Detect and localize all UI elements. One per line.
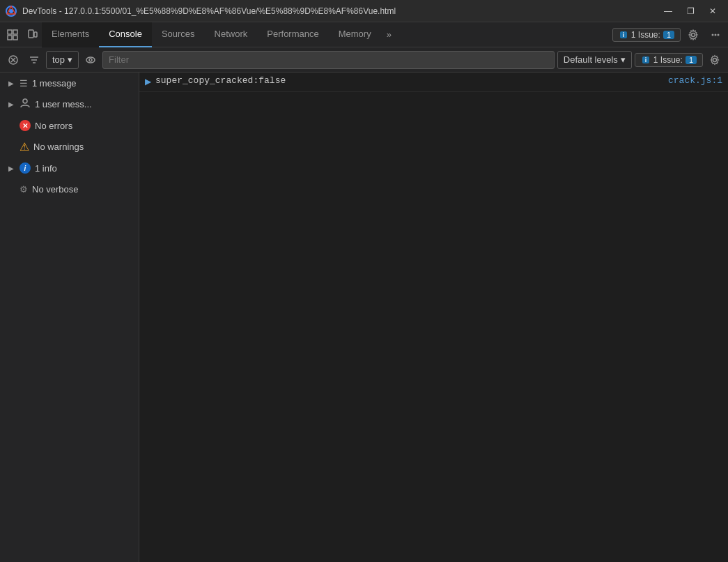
tab-overflow[interactable]: »	[381, 22, 397, 47]
eye-button[interactable]	[82, 51, 100, 69]
error-icon: ✕	[20, 120, 31, 131]
sidebar-label-user-messages: 1 user mess...	[35, 99, 92, 109]
sidebar-label-verbose: No verbose	[32, 184, 78, 195]
sidebar: ▶ ☰ 1 message ▶ 1 user mess... ▶ ✕ No er…	[0, 73, 139, 562]
eye-icon	[85, 54, 96, 66]
inspect-icon-button[interactable]	[3, 25, 22, 45]
filter-input[interactable]	[102, 51, 555, 69]
inspect-icon	[7, 29, 18, 40]
context-selector[interactable]: top ▾	[46, 51, 79, 69]
svg-rect-7	[34, 32, 37, 37]
device-icon	[26, 29, 38, 40]
svg-point-10	[692, 33, 695, 36]
device-icon-button[interactable]	[22, 25, 42, 45]
svg-point-24	[713, 58, 717, 61]
expand-arrow-icon[interactable]: ▶	[145, 77, 151, 86]
chevron-right-icon-3: ▶	[7, 164, 15, 172]
sidebar-item-warnings[interactable]: ▶ ⚠ No warnings	[0, 136, 139, 158]
sidebar-label-info: 1 info	[35, 163, 57, 174]
svg-point-13	[718, 33, 720, 36]
sidebar-item-user-messages[interactable]: ▶ 1 user mess...	[0, 93, 139, 115]
toolbar-settings-button[interactable]	[706, 51, 724, 69]
title-bar: DevTools - 127.0.0.1:5500/01_%E5%88%9D%E…	[0, 0, 728, 22]
minimize-button[interactable]: —	[658, 4, 678, 18]
sidebar-label-errors: No errors	[35, 121, 72, 131]
close-button[interactable]: ✕	[703, 4, 722, 18]
tab-performance[interactable]: Performance	[257, 22, 328, 47]
svg-rect-2	[8, 30, 12, 34]
filter-toggle-button[interactable]	[25, 51, 43, 69]
settings-button[interactable]	[683, 25, 703, 45]
tab-sources[interactable]: Sources	[152, 22, 205, 47]
title-bar-title: DevTools - 127.0.0.1:5500/01_%E5%88%9D%E…	[22, 6, 653, 16]
svg-point-21	[89, 59, 92, 61]
sidebar-item-verbose[interactable]: ▶ ⚙ No verbose	[0, 179, 139, 199]
sidebar-label-all-messages: 1 message	[32, 78, 77, 89]
main-area: ▶ ☰ 1 message ▶ 1 user mess... ▶ ✕ No er…	[0, 73, 728, 562]
svg-point-11	[712, 33, 714, 36]
toolbar-settings-icon	[709, 54, 720, 66]
svg-rect-6	[29, 30, 33, 38]
svg-rect-5	[13, 36, 17, 40]
console-toolbar: top ▾ Default levels ▾ i 1 Issue: 1	[0, 47, 728, 73]
console-entry-source[interactable]: crack.js:1	[668, 75, 722, 86]
tab-right-area: i 1 Issue: 1	[612, 25, 725, 45]
sidebar-item-info[interactable]: ▶ i 1 info	[0, 158, 139, 179]
chevron-right-icon-2: ▶	[7, 100, 15, 109]
user-icon	[20, 98, 31, 109]
issue-count-badge: 1	[663, 31, 674, 39]
log-level-selector[interactable]: Default levels ▾	[557, 51, 632, 69]
list-icon: ☰	[20, 78, 28, 89]
console-entry: ▶ super_copy_cracked:false crack.js:1	[139, 73, 728, 92]
svg-rect-4	[8, 36, 12, 40]
svg-point-12	[715, 33, 717, 36]
toolbar-issue-icon: i	[641, 55, 651, 65]
sidebar-label-warnings: No warnings	[33, 142, 84, 152]
sidebar-item-errors[interactable]: ▶ ✕ No errors	[0, 115, 139, 136]
toolbar-issue-count: 1	[686, 56, 697, 64]
title-bar-controls: — ❐ ✕	[658, 4, 722, 18]
svg-text:i: i	[623, 31, 625, 38]
tab-bar: Elements Console Sources Network Perform…	[0, 22, 728, 47]
svg-text:i: i	[645, 56, 647, 63]
more-icon	[710, 29, 721, 40]
tab-memory[interactable]: Memory	[329, 22, 381, 47]
chevron-right-icon: ▶	[7, 79, 15, 87]
sidebar-item-all-messages[interactable]: ▶ ☰ 1 message	[0, 73, 139, 93]
warning-icon: ⚠	[20, 140, 29, 153]
svg-point-25	[23, 99, 27, 103]
toolbar-issue-badge[interactable]: i 1 Issue: 1	[635, 53, 703, 67]
svg-point-20	[86, 57, 95, 63]
tab-elements[interactable]: Elements	[42, 22, 99, 47]
gear-icon: ⚙	[20, 184, 28, 195]
console-output: ▶ super_copy_cracked:false crack.js:1	[139, 73, 728, 562]
more-options-button[interactable]	[706, 25, 725, 45]
settings-icon	[688, 29, 699, 40]
clear-icon	[8, 54, 19, 66]
console-entry-text: super_copy_cracked:false	[155, 75, 664, 86]
tab-console[interactable]: Console	[99, 22, 152, 47]
filter-icon	[29, 54, 40, 66]
person-icon	[20, 98, 31, 111]
clear-console-button[interactable]	[4, 51, 22, 69]
maximize-button[interactable]: ❐	[681, 4, 700, 18]
info-icon: i	[20, 162, 31, 174]
svg-rect-3	[13, 30, 17, 34]
chrome-icon	[6, 6, 17, 17]
issue-icon: i	[619, 30, 628, 40]
tab-network[interactable]: Network	[205, 22, 258, 47]
issue-badge[interactable]: i 1 Issue: 1	[612, 28, 681, 42]
